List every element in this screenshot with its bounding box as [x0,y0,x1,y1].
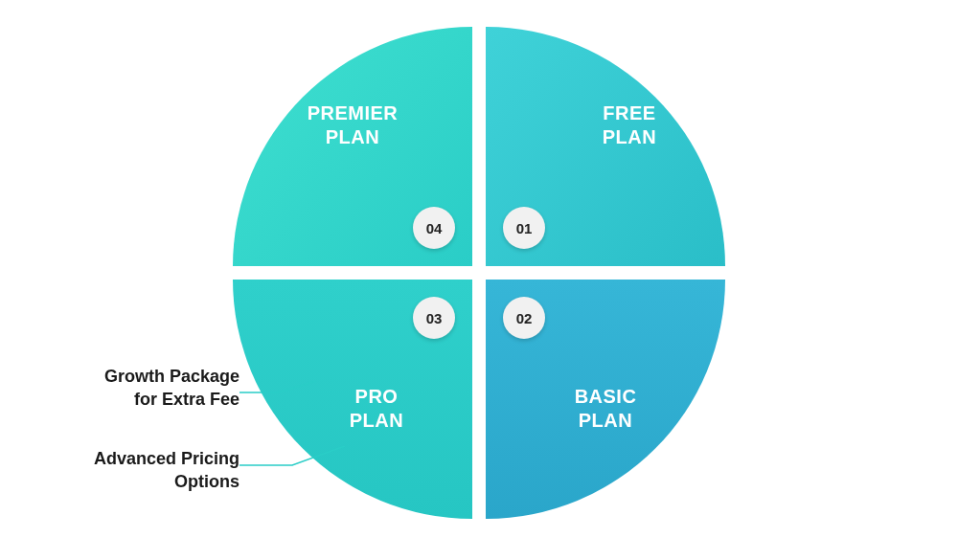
diagram-stage: PREMIER PLAN 04 FREE PLAN 01 PRO PLAN 03… [0,0,958,560]
quadrant-title: BASIC PLAN [553,385,658,433]
quadrant-free-plan: FREE PLAN 01 [486,27,725,266]
quadrant-number: 01 [516,220,533,236]
quadrant-title: PRO PLAN [329,385,424,433]
quadrant-number-badge: 04 [413,207,455,249]
quadrant-basic-plan: BASIC PLAN 02 [486,280,725,519]
quadrant-number: 02 [516,310,533,326]
quadrant-number-badge: 01 [503,207,545,249]
quadrant-title: PREMIER PLAN [285,101,420,149]
quadrant-premier-plan: PREMIER PLAN 04 [233,27,472,266]
quadrant-number: 03 [426,310,443,326]
annotation-advanced-pricing: Advanced Pricing Options [67,447,240,494]
annotation-growth-package: Growth Package for Extra Fee [67,365,240,412]
leader-line-2 [240,446,345,469]
quadrant-number-badge: 03 [413,297,455,339]
quadrant-number: 04 [426,220,443,236]
leader-line-1 [240,381,316,400]
quadrant-number-badge: 02 [503,297,545,339]
quadrant-title: FREE PLAN [572,101,687,149]
